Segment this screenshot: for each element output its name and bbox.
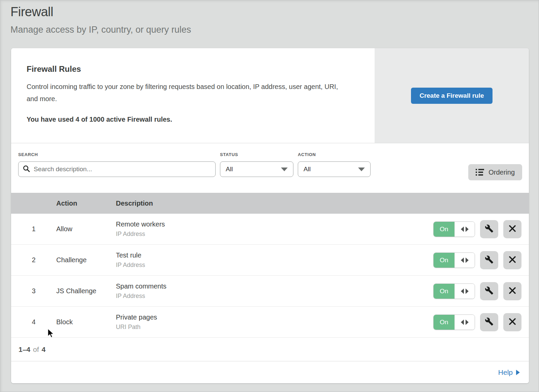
rule-description-cell: Spam comments IP Address — [116, 282, 433, 300]
delete-rule-button[interactable] — [503, 282, 521, 300]
action-select-value: All — [304, 165, 311, 173]
wrench-icon — [485, 224, 494, 234]
pagination-of: of — [33, 345, 39, 354]
pagination-total: 4 — [42, 345, 46, 354]
rule-match-type: IP Address — [116, 293, 433, 300]
rules-summary-text: Firewall Rules Control incoming traffic … — [11, 48, 375, 143]
wrench-icon — [485, 317, 494, 327]
toggle-on-label: On — [434, 284, 454, 299]
status-select[interactable]: All — [220, 161, 293, 177]
rule-action: Block — [56, 318, 116, 326]
left-right-arrows-icon — [454, 315, 475, 330]
delete-rule-button[interactable] — [503, 313, 521, 331]
wrench-icon — [485, 286, 494, 296]
pagination-bar: 1–4 of 4 — [11, 338, 529, 361]
rule-controls: On — [433, 220, 529, 238]
rule-enabled-toggle[interactable]: On — [433, 221, 475, 237]
rule-enabled-toggle[interactable]: On — [433, 252, 475, 268]
rule-description: Private pages — [116, 313, 433, 321]
close-icon — [509, 318, 516, 326]
rule-enabled-toggle[interactable]: On — [433, 283, 475, 299]
rule-controls: On — [433, 251, 529, 269]
rule-description: Spam comments — [116, 282, 433, 290]
rule-priority: 2 — [11, 256, 56, 264]
rule-action: JS Challenge — [56, 287, 116, 295]
search-input[interactable] — [34, 165, 211, 173]
bulleted-list-icon — [476, 169, 484, 176]
ordering-button-label: Ordering — [488, 169, 515, 176]
search-label: SEARCH — [18, 152, 216, 157]
action-select[interactable]: All — [298, 161, 371, 177]
rules-summary-section: Firewall Rules Control incoming traffic … — [11, 48, 529, 143]
page-title: Firewall — [10, 5, 539, 19]
table-row: 1 Allow Remote workers IP Address On — [11, 214, 529, 245]
pagination-range: 1–4 — [19, 345, 30, 354]
delete-rule-button[interactable] — [503, 251, 521, 269]
close-icon — [509, 225, 516, 233]
wrench-icon — [485, 255, 494, 265]
help-link-label: Help — [498, 368, 513, 376]
table-row: 3 JS Challenge Spam comments IP Address … — [11, 276, 529, 307]
toggle-on-label: On — [434, 253, 454, 268]
status-select-value: All — [226, 165, 233, 173]
rule-match-type: IP Address — [116, 262, 433, 269]
rule-controls: On — [433, 282, 529, 300]
left-right-arrows-icon — [454, 222, 475, 237]
rule-enabled-toggle[interactable]: On — [433, 314, 475, 330]
edit-rule-button[interactable] — [480, 313, 498, 331]
table-header-row: Action Description — [11, 193, 529, 214]
chevron-down-icon — [358, 168, 365, 171]
rule-priority: 1 — [11, 225, 56, 233]
left-right-arrows-icon — [454, 253, 475, 268]
rule-description-cell: Test rule IP Address — [116, 251, 433, 269]
delete-rule-button[interactable] — [503, 220, 521, 238]
rule-priority: 4 — [11, 318, 56, 326]
search-filter-group: SEARCH — [18, 152, 216, 177]
page-subtitle: Manage access by IP, country, or query r… — [10, 25, 539, 35]
rule-match-type: IP Address — [116, 231, 433, 238]
rule-match-type: URI Path — [116, 324, 433, 331]
left-right-arrows-icon — [454, 284, 475, 299]
rule-description-cell: Remote workers IP Address — [116, 220, 433, 238]
edit-rule-button[interactable] — [480, 220, 498, 238]
rules-usage-count: You have used 4 of 1000 active Firewall … — [27, 116, 359, 123]
create-firewall-rule-button[interactable]: Create a Firewall rule — [411, 88, 492, 104]
right-triangle-icon — [516, 370, 520, 375]
rule-priority: 3 — [11, 287, 56, 295]
action-label: ACTION — [298, 152, 371, 157]
rule-description: Test rule — [116, 251, 433, 259]
search-icon — [23, 165, 30, 174]
rule-description-cell: Private pages URI Path — [116, 313, 433, 331]
rules-description: Control incoming traffic to your zone by… — [27, 81, 348, 105]
chevron-down-icon — [281, 168, 288, 171]
card-footer: Help — [11, 361, 529, 383]
rule-description: Remote workers — [116, 220, 433, 228]
table-row: 4 Block Private pages URI Path On — [11, 307, 529, 338]
rule-action: Challenge — [56, 256, 116, 264]
description-column-header: Description — [116, 200, 529, 207]
close-icon — [509, 256, 516, 264]
table-row: 2 Challenge Test rule IP Address On — [11, 245, 529, 276]
status-label: STATUS — [220, 152, 293, 157]
rule-controls: On — [433, 313, 529, 331]
search-input-wrapper — [18, 161, 216, 177]
toggle-on-label: On — [434, 315, 454, 330]
toggle-on-label: On — [434, 222, 454, 237]
create-rule-panel: Create a Firewall rule — [375, 48, 529, 143]
page-header: Firewall Manage access by IP, country, o… — [0, 0, 539, 35]
edit-rule-button[interactable] — [480, 282, 498, 300]
status-filter-group: STATUS All — [220, 152, 293, 177]
edit-rule-button[interactable] — [480, 251, 498, 269]
filters-bar: SEARCH STATUS All ACTION All — [11, 143, 529, 193]
rule-action: Allow — [56, 225, 116, 233]
firewall-rules-card: Firewall Rules Control incoming traffic … — [11, 48, 529, 383]
close-icon — [509, 287, 516, 295]
rules-heading: Firewall Rules — [27, 64, 359, 74]
action-filter-group: ACTION All — [298, 152, 371, 177]
action-column-header: Action — [56, 200, 116, 207]
ordering-button[interactable]: Ordering — [468, 164, 522, 180]
help-link[interactable]: Help — [498, 368, 520, 376]
